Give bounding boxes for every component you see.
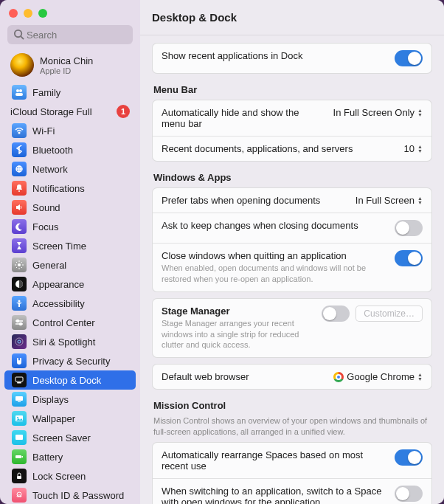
svg-point-10: [18, 300, 21, 303]
avatar: [10, 53, 34, 77]
sidebar-item-focus[interactable]: Focus: [4, 217, 136, 236]
default-browser-label: Default web browser: [162, 371, 326, 382]
battery-icon: [12, 449, 27, 464]
sliders-icon: [12, 315, 27, 330]
sidebar-item-label: Screen Time: [32, 241, 86, 252]
sidebar-item-label: Accessibility: [32, 298, 85, 309]
close-windows-toggle[interactable]: [395, 250, 423, 266]
sidebar-item-sound[interactable]: Sound: [4, 198, 136, 217]
icloud-storage-row[interactable]: iCloud Storage Full 1: [0, 102, 140, 121]
autohide-menubar-label: Automatically hide and show the menu bar: [162, 107, 326, 129]
sidebar-item-displays[interactable]: Displays: [4, 390, 136, 409]
display-icon: [12, 392, 27, 407]
sidebar-item-label: Siri & Spotlight: [32, 336, 95, 348]
sidebar-item-siri[interactable]: Siri & Spotlight: [4, 332, 136, 351]
dock-block: Show recent applications in Dock: [152, 43, 432, 74]
sidebar-item-battery[interactable]: Battery: [4, 447, 136, 466]
windows-apps-block: Prefer tabs when opening documents In Fu…: [152, 187, 432, 292]
svg-rect-4: [15, 93, 23, 96]
svg-rect-23: [15, 435, 23, 440]
sidebar-item-label: Sound: [32, 202, 60, 213]
svg-point-2: [16, 89, 19, 92]
svg-point-22: [17, 417, 18, 418]
svg-rect-24: [15, 455, 21, 458]
sidebar-item-privacy[interactable]: Privacy & Security: [4, 351, 136, 370]
auto-rearrange-toggle[interactable]: [395, 449, 423, 466]
dock-icon: [12, 373, 27, 387]
bluetooth-icon: [12, 142, 27, 157]
prefer-tabs-popup[interactable]: In Full Screen ▲▼: [355, 195, 423, 206]
sidebar-item-desktop-dock[interactable]: Desktop & Dock: [4, 370, 136, 390]
content: Show recent applications in Dock Menu Ba…: [140, 35, 444, 504]
ask-keep-toggle[interactable]: [395, 220, 423, 236]
hand-icon: [12, 353, 27, 368]
svg-rect-17: [15, 377, 23, 382]
screensaver-icon: [12, 430, 27, 445]
main-panel: Desktop & Dock Show recent applications …: [140, 0, 444, 504]
chevron-updown-icon: ▲▼: [417, 145, 423, 153]
menubar-block: Automatically hide and show the menu bar…: [152, 100, 432, 162]
sidebar-item-appearance[interactable]: Appearance: [4, 275, 136, 294]
zoom-window-button[interactable]: [38, 9, 47, 18]
speaker-icon: [12, 200, 27, 215]
storage-badge: 1: [117, 105, 130, 118]
window-controls: [0, 0, 140, 25]
sidebar-item-accessibility[interactable]: Accessibility: [4, 294, 136, 313]
search-input[interactable]: [7, 25, 133, 44]
switch-space-label: When switching to an application, switch…: [162, 486, 387, 504]
recent-docs-label: Recent documents, applications, and serv…: [162, 143, 397, 154]
menubar-title: Menu Bar: [153, 84, 431, 95]
siri-icon: [12, 334, 27, 349]
svg-point-8: [18, 263, 21, 266]
recent-apps-toggle[interactable]: [395, 50, 423, 66]
sidebar: Monica Chin Apple ID Family iCloud Stora…: [0, 0, 140, 504]
wallpaper-icon: [12, 411, 27, 426]
windows-apps-title: Windows & Apps: [153, 172, 431, 183]
auto-rearrange-label: Automatically rearrange Spaces based on …: [162, 449, 387, 472]
apple-id-row[interactable]: Monica Chin Apple ID: [0, 50, 140, 83]
sidebar-item-label: Focus: [32, 221, 58, 232]
sidebar-item-control-center[interactable]: Control Center: [4, 313, 136, 332]
sidebar-item-network[interactable]: Network: [4, 159, 136, 179]
sidebar-item-label: Touch ID & Password: [32, 490, 124, 501]
storage-label: iCloud Storage Full: [10, 106, 92, 117]
recent-docs-popup[interactable]: 10 ▲▼: [404, 143, 423, 154]
customize-button[interactable]: Customize…: [355, 305, 423, 322]
close-windows-label: Close windows when quitting an applicati…: [162, 250, 387, 261]
autohide-menubar-popup[interactable]: In Full Screen Only ▲▼: [333, 107, 423, 118]
sidebar-item-general[interactable]: General: [4, 255, 136, 275]
svg-point-15: [15, 338, 23, 345]
close-window-button[interactable]: [9, 9, 18, 18]
sidebar-item-wifi[interactable]: Wi-Fi: [4, 121, 136, 140]
header: Desktop & Dock: [140, 0, 444, 35]
sidebar-item-notifications[interactable]: Notifications: [4, 179, 136, 198]
sidebar-item-touchid[interactable]: Touch ID & Password: [4, 486, 136, 504]
lock-icon: [12, 469, 27, 483]
popup-value: In Full Screen Only: [333, 107, 415, 118]
chrome-icon: [333, 372, 344, 382]
sidebar-item-label: Battery: [32, 452, 63, 463]
stage-manager-toggle[interactable]: [322, 305, 350, 322]
sidebar-item-screensaver[interactable]: Screen Saver: [4, 428, 136, 447]
svg-point-3: [19, 89, 22, 92]
gear-icon: [12, 258, 27, 272]
fingerprint-icon: [12, 488, 27, 503]
default-browser-popup[interactable]: Google Chrome ▲▼: [333, 371, 423, 382]
sidebar-item-bluetooth[interactable]: Bluetooth: [4, 140, 136, 159]
sidebar-item-label: Control Center: [32, 317, 95, 328]
stage-manager-sub: Stage Manager arranges your recent windo…: [162, 318, 314, 351]
minimize-window-button[interactable]: [24, 9, 32, 18]
chevron-updown-icon: ▲▼: [417, 196, 423, 205]
sidebar-item-wallpaper[interactable]: Wallpaper: [4, 409, 136, 428]
sidebar-item-family[interactable]: Family: [4, 83, 136, 102]
sidebar-item-label: Wi-Fi: [32, 125, 55, 137]
close-windows-sub: When enabled, open documents and windows…: [162, 263, 387, 285]
network-icon: [12, 162, 27, 176]
mission-control-desc: Mission Control shows an overview of you…: [153, 415, 431, 438]
sidebar-item-screentime[interactable]: Screen Time: [4, 236, 136, 255]
popup-value: Google Chrome: [347, 371, 414, 382]
chevron-updown-icon: ▲▼: [417, 108, 423, 117]
sidebar-item-lockscreen[interactable]: Lock Screen: [4, 466, 136, 486]
svg-point-16: [18, 340, 21, 343]
switch-space-toggle[interactable]: [395, 486, 423, 502]
